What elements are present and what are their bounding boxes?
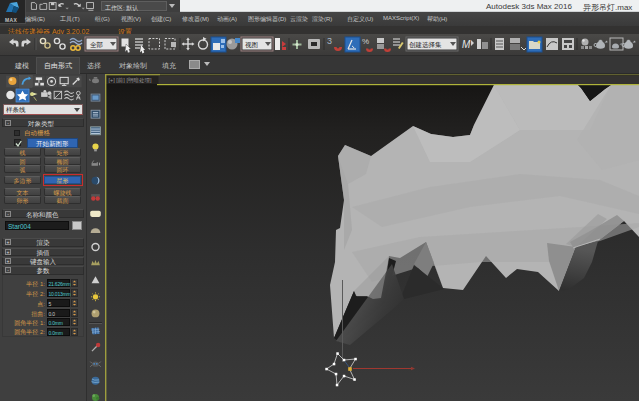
- svg-text:M: M: [462, 39, 471, 50]
- svg-text:视图: 视图: [245, 41, 258, 49]
- svg-text:%: %: [362, 37, 369, 46]
- svg-text:3: 3: [327, 36, 332, 46]
- svg-text:全部: 全部: [90, 41, 103, 49]
- svg-text:[+] [前] [明暗处理]: [+] [前] [明暗处理]: [109, 77, 152, 84]
- svg-text:创建选择集: 创建选择集: [409, 41, 442, 49]
